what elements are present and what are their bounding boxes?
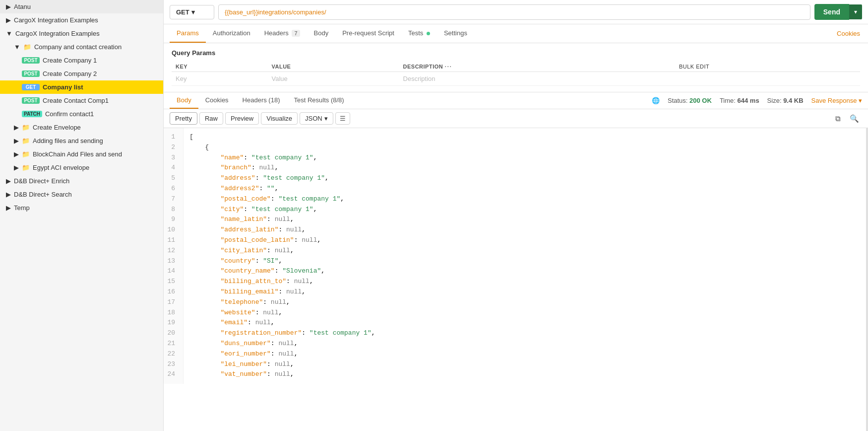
format-pretty-button[interactable]: Pretty — [170, 112, 197, 125]
arrow-icon: ▶ — [14, 164, 19, 171]
bulk-edit-cell: Bulk Edit — [675, 62, 860, 72]
sidebar-item-create-envelope[interactable]: ▶ 📁 Create Envelope — [0, 121, 163, 134]
chevron-down-icon: ▾ — [324, 115, 328, 122]
arrow-icon: ▶ — [14, 150, 19, 158]
tab-pre-request-script[interactable]: Pre-request Script — [335, 24, 401, 43]
code-content: [ { "name": "test company 1", "branch": … — [184, 128, 868, 384]
folder-icon: 📁 — [22, 164, 30, 171]
save-response-button[interactable]: Save Response ▾ — [811, 97, 862, 104]
code-line-7: "postal_code": "test company 1", — [189, 194, 862, 205]
cookies-link[interactable]: Cookies — [835, 25, 862, 42]
sidebar-item-label: D&B Direct+ Enrich — [14, 177, 69, 185]
tab-settings[interactable]: Settings — [437, 24, 474, 43]
arrow-icon: ▶ — [6, 177, 11, 185]
sidebar-item-label: Confirm contact1 — [45, 110, 94, 118]
copy-icon-button[interactable]: ⧉ — [832, 113, 844, 124]
code-line-17: "telephone": null, — [189, 297, 862, 308]
sidebar-item-post-create-contact[interactable]: POST Create Contact Comp1 — [0, 94, 163, 107]
code-line-24: "vat_number": null, — [189, 369, 862, 380]
line-numbers: 1 2 3 4 5 6 7 8 9 10 11 12 13 14 15 16 1… — [164, 128, 184, 384]
response-headers-badge: (18) — [268, 96, 280, 104]
tab-authorization[interactable]: Authorization — [206, 24, 257, 43]
sidebar-item-blockchain[interactable]: ▶ 📁 BlockChain Add Files and send — [0, 147, 163, 161]
time-label: Time: 644 ms — [720, 97, 759, 104]
desc-placeholder[interactable]: Description — [399, 72, 675, 86]
sidebar-item-adding-files[interactable]: ▶ 📁 Adding files and sending — [0, 134, 163, 147]
method-select[interactable]: GET ▾ — [170, 5, 214, 19]
code-line-19: "email": null, — [189, 318, 862, 328]
sidebar-item-db-search[interactable]: ▶ D&B Direct+ Search — [0, 188, 163, 201]
sidebar-item-label: Egypt ACI envelope — [33, 164, 89, 171]
sidebar-item-label: Company and contact creation — [34, 43, 122, 51]
sidebar-item-cargox-1[interactable]: ▶ CargoX Integration Examples — [0, 13, 163, 27]
sidebar-item-post-create-company-1[interactable]: POST Create Company 1 — [0, 54, 163, 67]
sidebar-item-label: Create Company 1 — [43, 57, 97, 64]
scroll-indicator — [866, 128, 868, 431]
arrow-icon: ▶ — [14, 137, 19, 144]
params-row-empty: Key Value Description — [172, 72, 860, 86]
arrow-icon: ▶ — [6, 204, 11, 212]
sidebar-item-post-create-company-2[interactable]: POST Create Company 2 — [0, 67, 163, 80]
code-line-6: "address2": "", — [189, 184, 862, 194]
status-label: Status: 200 OK — [668, 97, 712, 104]
code-line-21: "duns_number": null, — [189, 339, 862, 349]
key-placeholder[interactable]: Key — [172, 72, 267, 86]
method-label: GET — [176, 8, 189, 16]
method-badge-post: POST — [22, 97, 40, 104]
col-key: KEY — [172, 62, 267, 72]
tab-tests[interactable]: Tests — [401, 24, 437, 43]
response-tab-body[interactable]: Body — [170, 92, 198, 109]
code-line-1: [ — [189, 132, 862, 143]
code-line-2: { — [189, 143, 862, 153]
tab-headers[interactable]: Headers 7 — [257, 24, 307, 43]
arrow-icon: ▶ — [6, 3, 11, 10]
search-icon-button[interactable]: 🔍 — [847, 113, 862, 124]
sidebar-item-get-company-list[interactable]: GET Company list — [0, 80, 163, 94]
request-tabs-bar: Params Authorization Headers 7 Body Pre-… — [164, 24, 868, 43]
code-line-3: "name": "test company 1", — [189, 153, 862, 163]
sidebar-item-atanu[interactable]: ▶ Atanu — [0, 0, 163, 13]
sidebar-item-temp[interactable]: ▶ Temp — [0, 201, 163, 215]
bulk-edit-button[interactable]: Bulk Edit — [679, 64, 709, 70]
code-line-16: "billing_email": null, — [189, 287, 862, 297]
send-dropdown-button[interactable]: ▾ — [849, 4, 862, 19]
sidebar-item-label: Temp — [14, 204, 30, 212]
filter-icon-button[interactable]: ☰ — [335, 112, 350, 125]
sidebar-item-patch-confirm-contact[interactable]: PATCH Confirm contact1 — [0, 107, 163, 121]
size-value: 9.4 KB — [783, 97, 803, 104]
sidebar-item-company-contact[interactable]: ▼ 📁 Company and contact creation — [0, 40, 163, 54]
response-tab-test-results[interactable]: Test Results (8/8) — [287, 92, 351, 109]
headers-badge: 7 — [292, 30, 300, 37]
sidebar-item-label: Create Company 2 — [43, 70, 97, 77]
tab-body[interactable]: Body — [307, 24, 336, 43]
response-tab-cookies[interactable]: Cookies — [198, 92, 236, 109]
arrow-icon: ▼ — [6, 30, 12, 37]
send-button-group: Send ▾ — [814, 4, 862, 20]
sidebar-item-cargox-2[interactable]: ▼ CargoX Integration Examples — [0, 27, 163, 40]
format-preview-button[interactable]: Preview — [225, 112, 259, 125]
format-visualize-button[interactable]: Visualize — [261, 112, 298, 125]
sidebar-item-label: Company list — [43, 83, 83, 91]
sidebar-item-db-enrich[interactable]: ▶ D&B Direct+ Enrich — [0, 174, 163, 188]
arrow-icon: ▶ — [6, 191, 11, 198]
query-params-title: Query Params — [172, 49, 860, 57]
time-value: 644 ms — [738, 97, 759, 104]
sidebar-item-egypt-aci[interactable]: ▶ 📁 Egypt ACI envelope — [0, 161, 163, 174]
sidebar-item-label: D&B Direct+ Search — [14, 191, 72, 198]
col-description: DESCRIPTION ··· — [399, 62, 675, 72]
value-placeholder[interactable]: Value — [267, 72, 399, 86]
code-line-4: "branch": null, — [189, 163, 862, 173]
folder-icon: 📁 — [22, 124, 30, 131]
format-type-select[interactable]: JSON ▾ — [300, 112, 333, 125]
format-raw-button[interactable]: Raw — [199, 112, 223, 125]
response-tab-headers[interactable]: Headers (18) — [236, 92, 287, 109]
code-line-9: "name_latin": null, — [189, 215, 862, 225]
url-input[interactable] — [218, 4, 810, 20]
code-line-22: "eori_number": null, — [189, 349, 862, 359]
url-bar: GET ▾ Send ▾ — [164, 0, 868, 24]
format-type-label: JSON — [305, 115, 322, 122]
tab-params[interactable]: Params — [170, 24, 206, 43]
code-line-5: "address": "test company 1", — [189, 173, 862, 184]
tests-status-dot — [427, 32, 430, 35]
send-button[interactable]: Send — [814, 4, 849, 20]
